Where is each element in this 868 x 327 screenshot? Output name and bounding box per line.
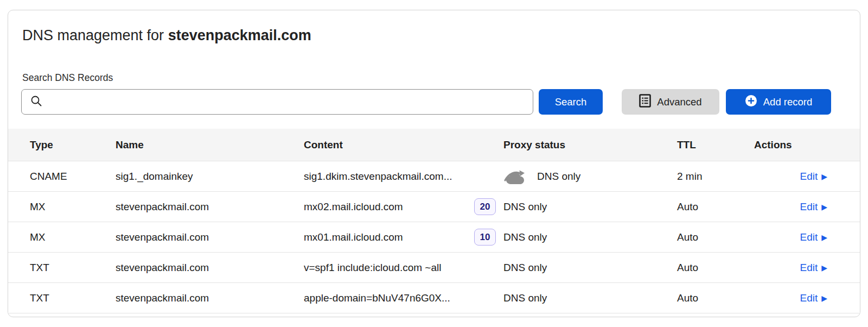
dns-only-cloud-icon: [503, 168, 527, 185]
advanced-button-label: Advanced: [657, 96, 701, 108]
add-record-button[interactable]: Add record: [726, 89, 831, 115]
edit-link[interactable]: Edit▶: [800, 262, 827, 274]
search-input-wrapper: [21, 89, 533, 115]
plus-circle-icon: [745, 95, 757, 110]
column-header-name: Name: [116, 139, 304, 151]
mx-priority-badge: 10: [474, 229, 496, 246]
record-content-text: mx02.mail.icloud.com: [304, 201, 403, 213]
search-label: Search DNS Records: [22, 72, 860, 84]
record-name-cell: stevenpackmail.com: [116, 292, 304, 304]
ttl-cell: 2 min: [677, 171, 754, 183]
proxy-status-text: DNS only: [503, 231, 547, 243]
record-content-text: mx01.mail.icloud.com: [304, 231, 403, 243]
edit-link-label: Edit: [800, 292, 818, 304]
actions-cell: Edit▶: [754, 231, 827, 243]
record-content-cell: v=spf1 include:icloud.com ~all: [304, 262, 503, 274]
column-header-proxy-status: Proxy status: [503, 139, 677, 151]
record-type-cell: MX: [30, 231, 116, 243]
edit-link[interactable]: Edit▶: [800, 231, 827, 243]
advanced-button[interactable]: Advanced: [622, 89, 719, 115]
dns-management-card: DNS management for stevenpackmail.com Se…: [8, 10, 860, 317]
search-icon: [30, 95, 43, 110]
proxy-status-text: DNS only: [503, 262, 547, 274]
edit-link[interactable]: Edit▶: [800, 292, 827, 304]
table-row: TXTstevenpackmail.comv=spf1 include:iclo…: [8, 253, 860, 283]
record-content-cell: mx01.mail.icloud.com10: [304, 229, 503, 246]
edit-link-label: Edit: [800, 262, 818, 274]
table-header-row: Type Name Content Proxy status TTL Actio…: [8, 129, 860, 161]
record-name-cell: stevenpackmail.com: [116, 231, 304, 243]
edit-link-label: Edit: [800, 201, 818, 213]
record-content-text: v=spf1 include:icloud.com ~all: [304, 262, 441, 274]
record-content-cell: apple-domain=bNuV47n6G0X...: [304, 292, 503, 304]
record-content-cell: sig1.dkim.stevenpackmail.com...: [304, 171, 503, 183]
page-title: DNS management for stevenpackmail.com: [22, 26, 860, 45]
search-toolbar: Search Advanced: [21, 89, 860, 115]
add-record-button-label: Add record: [763, 96, 813, 108]
table-row: MXstevenpackmail.commx02.mail.icloud.com…: [8, 192, 860, 222]
table-row: MXstevenpackmail.commx01.mail.icloud.com…: [8, 222, 860, 253]
record-name-cell: sig1._domainkey: [116, 171, 304, 183]
proxy-status-cell: DNS only: [503, 292, 677, 304]
list-document-icon: [639, 94, 651, 110]
mx-priority-badge: 20: [474, 198, 496, 215]
record-type-cell: MX: [30, 201, 116, 213]
edit-link-label: Edit: [800, 231, 818, 243]
edit-arrow-icon: ▶: [821, 234, 827, 241]
record-type-cell: TXT: [30, 262, 116, 274]
actions-cell: Edit▶: [754, 292, 827, 304]
column-header-type: Type: [30, 139, 116, 151]
record-type-cell: CNAME: [30, 171, 116, 183]
proxy-status-text: DNS only: [503, 201, 547, 213]
edit-arrow-icon: ▶: [821, 294, 827, 302]
proxy-status-text: DNS only: [503, 292, 547, 304]
record-content-text: apple-domain=bNuV47n6G0X...: [304, 292, 450, 304]
search-input[interactable]: [43, 90, 533, 114]
edit-link-label: Edit: [800, 171, 818, 183]
dns-records-table: Type Name Content Proxy status TTL Actio…: [8, 129, 860, 313]
actions-cell: Edit▶: [754, 171, 827, 183]
column-header-content: Content: [304, 139, 503, 151]
search-button[interactable]: Search: [539, 89, 603, 115]
edit-link[interactable]: Edit▶: [800, 201, 827, 213]
table-row: CNAMEsig1._domainkeysig1.dkim.stevenpack…: [8, 161, 860, 192]
proxy-status-text: DNS only: [537, 171, 580, 183]
column-header-actions: Actions: [754, 139, 827, 151]
proxy-status-cell: DNS only: [503, 201, 677, 213]
dns-table-body: CNAMEsig1._domainkeysig1.dkim.stevenpack…: [8, 161, 860, 313]
page-title-domain: stevenpackmail.com: [168, 27, 311, 43]
edit-arrow-icon: ▶: [821, 173, 827, 180]
actions-cell: Edit▶: [754, 262, 827, 274]
record-name-cell: stevenpackmail.com: [116, 201, 304, 213]
proxy-status-cell: DNS only: [503, 231, 677, 243]
record-content-cell: mx02.mail.icloud.com20: [304, 198, 503, 215]
column-header-ttl: TTL: [677, 139, 754, 151]
edit-arrow-icon: ▶: [821, 264, 827, 272]
ttl-cell: Auto: [677, 262, 754, 274]
record-type-cell: TXT: [30, 292, 116, 304]
page-title-prefix: DNS management for: [22, 27, 168, 43]
record-content-text: sig1.dkim.stevenpackmail.com...: [304, 171, 452, 183]
proxy-status-cell: DNS only: [503, 262, 677, 274]
table-row: TXTstevenpackmail.comapple-domain=bNuV47…: [8, 283, 860, 313]
proxy-status-cell: DNS only: [503, 168, 677, 185]
ttl-cell: Auto: [677, 201, 754, 213]
actions-cell: Edit▶: [754, 201, 827, 213]
edit-link[interactable]: Edit▶: [800, 171, 827, 183]
ttl-cell: Auto: [677, 292, 754, 304]
ttl-cell: Auto: [677, 231, 754, 243]
edit-arrow-icon: ▶: [821, 203, 827, 211]
record-name-cell: stevenpackmail.com: [116, 262, 304, 274]
